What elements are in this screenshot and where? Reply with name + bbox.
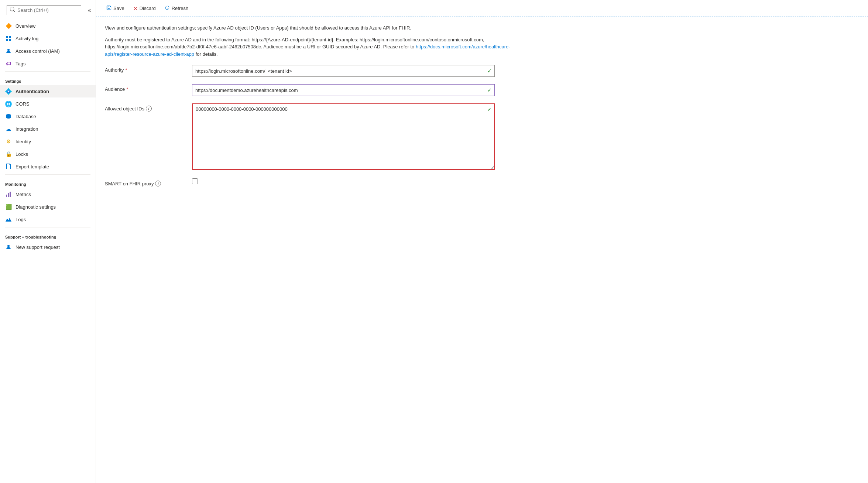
top-nav: 🔶 Overview Activity log Access control (…	[0, 20, 96, 70]
audience-label: Audience *	[105, 84, 186, 92]
svg-rect-1	[9, 36, 11, 38]
description-text-1: View and configure authentication settin…	[105, 24, 511, 32]
authentication-form: Authority * ✓ Audience *	[105, 65, 859, 186]
save-label: Save	[113, 6, 124, 11]
sidebar-item-label: Identity	[16, 139, 31, 144]
sidebar-item-label: CORS	[16, 101, 30, 107]
access-control-icon	[5, 48, 12, 54]
sidebar-item-activity-log[interactable]: Activity log	[0, 32, 96, 45]
allowed-ids-info-icon[interactable]: i	[146, 106, 152, 112]
main-content: Save ✕ Discard Refresh View and configur…	[96, 0, 868, 483]
smart-proxy-info-icon[interactable]: i	[155, 181, 161, 186]
smart-proxy-label: SMART on FHIR proxy i	[105, 178, 186, 186]
metrics-icon	[5, 191, 12, 198]
monitoring-nav: Metrics 🟩 Diagnostic settings Logs	[0, 188, 96, 226]
settings-nav: 💠 Authentication 🌐 CORS Database ☁ Integ…	[0, 85, 96, 173]
svg-point-9	[7, 245, 10, 247]
svg-rect-2	[6, 39, 8, 41]
sidebar-item-access-control[interactable]: Access control (IAM)	[0, 45, 96, 57]
identity-icon: ⚙	[5, 138, 12, 145]
allowed-ids-textarea-wrapper: 00000000-0000-0000-0000-000000000000 ✓	[192, 103, 495, 171]
sidebar-item-authentication[interactable]: 💠 Authentication	[0, 85, 96, 97]
sidebar-item-tags[interactable]: 🏷 Tags	[0, 57, 96, 70]
integration-icon: ☁	[5, 126, 12, 132]
sidebar-item-database[interactable]: Database	[0, 110, 96, 123]
audience-checkmark: ✓	[487, 87, 492, 93]
svg-rect-8	[10, 192, 11, 197]
new-support-icon	[5, 244, 12, 250]
allowed-ids-row: Allowed object IDs i 00000000-0000-0000-…	[105, 103, 859, 171]
save-button[interactable]: Save	[102, 3, 129, 14]
refresh-label: Refresh	[172, 6, 189, 11]
authority-input[interactable]	[192, 65, 495, 77]
sidebar-item-label: New support request	[16, 244, 60, 250]
database-icon	[5, 113, 12, 120]
audience-input[interactable]	[192, 84, 495, 96]
sidebar-item-metrics[interactable]: Metrics	[0, 188, 96, 201]
sidebar-item-label: Database	[16, 114, 36, 119]
search-input[interactable]	[17, 7, 78, 13]
sidebar-item-label: Integration	[16, 126, 38, 132]
tags-icon: 🏷	[5, 60, 12, 67]
toolbar: Save ✕ Discard Refresh	[96, 0, 868, 17]
discard-button[interactable]: ✕ Discard	[129, 3, 160, 14]
sidebar-item-diagnostic[interactable]: 🟩 Diagnostic settings	[0, 201, 96, 213]
audience-row: Audience * ✓	[105, 84, 859, 96]
sidebar-item-new-support[interactable]: New support request	[0, 241, 96, 253]
support-nav: New support request	[0, 241, 96, 253]
monitoring-section-header: Monitoring	[0, 176, 96, 188]
overview-icon: 🔶	[5, 23, 12, 29]
sidebar-item-label: Diagnostic settings	[16, 204, 56, 210]
authority-checkmark: ✓	[487, 68, 492, 74]
sidebar-item-label: Authentication	[16, 89, 49, 94]
locks-icon: 🔒	[5, 151, 12, 157]
allowed-ids-label: Allowed object IDs i	[105, 103, 186, 112]
discard-icon: ✕	[133, 6, 138, 11]
sidebar-item-label: Activity log	[16, 36, 38, 41]
discard-label: Discard	[140, 6, 156, 11]
audience-required-star: *	[126, 86, 128, 92]
smart-proxy-row: SMART on FHIR proxy i	[105, 178, 859, 186]
sidebar-item-logs[interactable]: Logs	[0, 213, 96, 226]
sidebar-item-overview[interactable]: 🔶 Overview	[0, 20, 96, 32]
sidebar-item-label: Overview	[16, 23, 35, 29]
svg-point-4	[7, 49, 10, 51]
svg-rect-7	[8, 193, 9, 197]
sidebar-item-label: Metrics	[16, 192, 31, 197]
sidebar: « 🔶 Overview Activity log Access control…	[0, 0, 96, 483]
authentication-icon: 💠	[5, 88, 12, 95]
diagnostic-icon: 🟩	[5, 203, 12, 210]
smart-proxy-checkbox-wrapper	[192, 178, 495, 184]
svg-rect-6	[6, 195, 7, 197]
sidebar-item-identity[interactable]: ⚙ Identity	[0, 135, 96, 148]
refresh-icon	[165, 5, 170, 11]
refresh-button[interactable]: Refresh	[160, 3, 193, 14]
authority-label: Authority *	[105, 65, 186, 73]
smart-proxy-checkbox[interactable]	[192, 178, 198, 184]
authority-row: Authority * ✓	[105, 65, 859, 77]
sidebar-item-label: Access control (IAM)	[16, 48, 60, 54]
settings-section-header: Settings	[0, 73, 96, 85]
sidebar-item-label: Locks	[16, 151, 28, 157]
support-section-header: Support + troubleshooting	[0, 229, 96, 241]
description-text-2: Authority must be registered to Azure AD…	[105, 36, 511, 58]
activity-log-icon	[5, 35, 12, 42]
sidebar-item-export-template[interactable]: Export template	[0, 160, 96, 173]
search-icon	[10, 7, 15, 13]
svg-rect-3	[9, 39, 11, 41]
sidebar-item-integration[interactable]: ☁ Integration	[0, 123, 96, 135]
export-template-icon	[5, 163, 12, 170]
save-icon	[106, 5, 111, 11]
logs-icon	[5, 216, 12, 223]
sidebar-item-locks[interactable]: 🔒 Locks	[0, 148, 96, 160]
sidebar-item-label: Tags	[16, 61, 25, 66]
sidebar-item-cors[interactable]: 🌐 CORS	[0, 97, 96, 110]
collapse-sidebar-button[interactable]: «	[86, 6, 93, 14]
allowed-ids-textarea[interactable]: 00000000-0000-0000-0000-000000000000	[192, 103, 495, 170]
audience-input-wrapper: ✓	[192, 84, 495, 96]
description2-part2: for details.	[194, 51, 218, 57]
svg-rect-0	[6, 36, 8, 38]
content-area: View and configure authentication settin…	[96, 17, 868, 483]
search-bar[interactable]	[7, 5, 81, 15]
authority-required-star: *	[125, 67, 127, 73]
